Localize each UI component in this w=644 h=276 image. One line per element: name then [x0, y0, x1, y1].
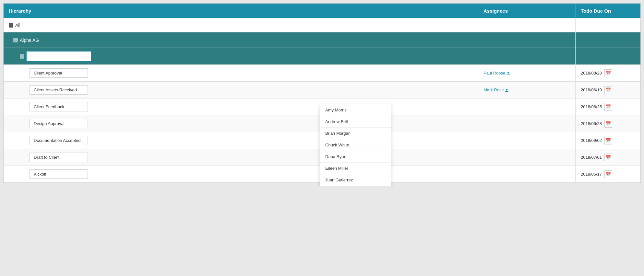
date-value: 2018/06/19	[581, 87, 602, 92]
dropdown-arrow-icon: ▼	[507, 71, 510, 75]
dropdown-item-dana-ryan[interactable]: Dana Ryan	[320, 151, 391, 163]
task-label: Kickoff	[30, 169, 88, 179]
date-value: 2018/09/02	[581, 138, 602, 143]
date-value: 2018/06/25	[581, 104, 602, 109]
all-label: All	[15, 23, 20, 28]
task-assignee-cell: Paul Roose ▼	[478, 65, 576, 81]
task-date-cell: 2018/06/28 📅	[576, 115, 640, 132]
sub-group-input[interactable]	[26, 51, 91, 62]
task-hierarchy-cell: Draft to Client	[4, 149, 478, 166]
dropdown-item-amy-morris[interactable]: Amy Morris	[320, 104, 391, 116]
task-hierarchy-cell: Client Feedback	[4, 98, 478, 115]
task-assignee-cell	[478, 132, 576, 149]
task-label: Documentation Accepted	[30, 136, 88, 145]
all-cell: − All	[4, 18, 478, 32]
task-assignee-cell	[478, 166, 576, 182]
sub-group-date-cell	[576, 48, 640, 64]
task-date-cell: 2018/08/28 📅	[576, 65, 640, 81]
task-label: Design Approval	[30, 119, 88, 128]
date-value: 2018/06/28	[581, 121, 602, 126]
due-on-header: Todo Due On	[576, 4, 640, 18]
alpha-row: − Alpha AG	[4, 32, 640, 48]
main-table: Hierarchy Assignees Todo Due On − All − …	[3, 3, 641, 183]
alpha-date-cell	[576, 32, 640, 48]
calendar-icon[interactable]: 📅	[604, 120, 612, 128]
collapse-sub-icon[interactable]: −	[20, 54, 24, 59]
task-hierarchy-cell: Client Assets Received	[4, 82, 478, 98]
calendar-icon[interactable]: 📅	[604, 154, 612, 161]
hierarchy-header: Hierarchy	[4, 4, 478, 18]
task-hierarchy-cell: Documentation Accepted	[4, 132, 478, 149]
task-hierarchy-cell: Kickoff	[4, 166, 478, 182]
assignee-dropdown[interactable]: Paul Roose ▼	[483, 71, 510, 75]
table-row: Client Approval Paul Roose ▼ 2018/08/28 …	[4, 65, 640, 82]
task-label: Client Approval	[30, 68, 88, 78]
alpha-label: Alpha AG	[20, 38, 39, 43]
calendar-icon[interactable]: 📅	[604, 170, 612, 178]
collapse-alpha-icon[interactable]: −	[13, 38, 18, 42]
dropdown-item-juan-gutierrez[interactable]: Juan Gutierrez	[320, 174, 391, 186]
table-row: Client Assets Received Mark Rose ▼ 2018/…	[4, 82, 640, 98]
dropdown-item-chuck-white[interactable]: Chuck White	[320, 139, 391, 151]
task-assignee-cell	[478, 98, 576, 115]
task-label: Client Assets Received	[30, 85, 88, 95]
dropdown-item-andrew-bell[interactable]: Andrew Bell	[320, 116, 391, 128]
date-value: 2018/07/01	[581, 155, 602, 160]
dropdown-item-eileen-miller[interactable]: Eileen Miller	[320, 163, 391, 174]
all-row: − All	[4, 18, 640, 32]
dropdown-item-brian-morgan[interactable]: Brian Morgan	[320, 128, 391, 139]
sub-group-row: −	[4, 48, 640, 65]
all-date-cell	[576, 18, 640, 32]
all-assignees-cell	[478, 18, 576, 32]
alpha-assignees-cell	[478, 32, 576, 48]
task-date-cell: 2018/06/25 📅	[576, 98, 640, 115]
date-value: 2018/08/28	[581, 71, 602, 75]
assignees-header: Assignees	[478, 4, 576, 18]
task-label: Client Feedback	[30, 102, 88, 111]
collapse-all-icon[interactable]: −	[9, 23, 13, 28]
task-date-cell: 2018/06/19 📅	[576, 82, 640, 98]
dropdown-arrow-icon: ▼	[505, 88, 508, 92]
sub-group-cell: −	[4, 48, 478, 64]
alpha-cell: − Alpha AG	[4, 32, 478, 48]
task-date-cell: 2018/07/01 📅	[576, 149, 640, 166]
task-date-cell: 2018/09/02 📅	[576, 132, 640, 149]
task-assignee-cell: Mark Rose ▼	[478, 82, 576, 98]
task-assignee-cell	[478, 149, 576, 166]
calendar-icon[interactable]: 📅	[604, 69, 612, 77]
assignee-dropdown-mark-rose[interactable]: Mark Rose ▼	[483, 87, 508, 92]
assignee-name: Paul Roose	[483, 71, 505, 75]
assignee-name: Mark Rose	[483, 87, 504, 92]
task-assignee-cell	[478, 115, 576, 132]
calendar-icon[interactable]: 📅	[604, 86, 612, 94]
sub-group-assignees-cell	[478, 48, 576, 64]
assignee-dropdown-menu: Amy Morris Andrew Bell Brian Morgan Chuc…	[320, 104, 391, 186]
dropdown-item-katie-kell[interactable]: Katie Kell	[320, 186, 391, 186]
task-hierarchy-cell: Design Approval	[4, 115, 478, 132]
task-label: Draft to Client	[30, 153, 88, 162]
task-date-cell: 2018/06/17 📅	[576, 166, 640, 182]
calendar-icon[interactable]: 📅	[604, 103, 612, 111]
task-hierarchy-cell: Client Approval	[4, 65, 478, 81]
calendar-icon[interactable]: 📅	[604, 137, 612, 144]
table-header: Hierarchy Assignees Todo Due On	[4, 4, 640, 18]
date-value: 2018/06/17	[581, 172, 602, 177]
